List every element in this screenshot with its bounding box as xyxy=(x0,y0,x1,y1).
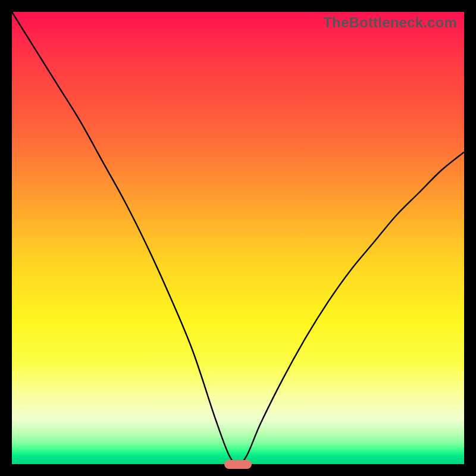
chart-frame: TheBottleneck.com xyxy=(0,0,476,476)
optimal-marker xyxy=(224,460,252,469)
plot-area: TheBottleneck.com xyxy=(12,12,464,464)
curve-path xyxy=(12,12,464,464)
bottleneck-curve xyxy=(12,12,464,464)
